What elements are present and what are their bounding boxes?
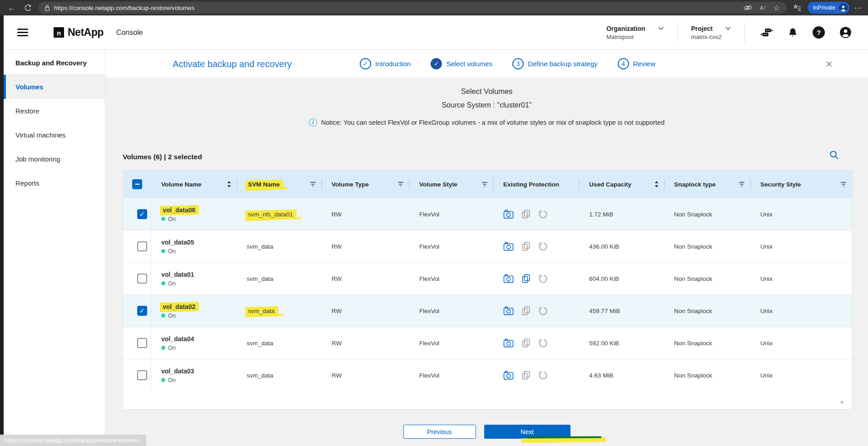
security-style: Unix [750, 327, 852, 359]
filter-icon [481, 181, 488, 187]
backup-copy-icon [521, 338, 531, 348]
refresh-icon[interactable] [22, 4, 34, 12]
volume-type: RW [322, 230, 409, 262]
existing-protection [493, 263, 579, 294]
table-row[interactable]: ✓ vol_data02 On svm_data RW FlexVol 459.… [123, 294, 852, 327]
table-row[interactable]: ✓ vol_data06 On svm_nfs_data01 RW FlexVo… [123, 198, 852, 230]
organization-selector[interactable]: Organization Matrixpost [606, 25, 664, 40]
snapshot-camera-icon [503, 371, 514, 380]
svm-name: svm_nfs_data01 [247, 211, 294, 218]
table-row[interactable]: vol_data04 On svm_data RW FlexVol 592.00… [123, 327, 852, 359]
wizard-step-select-volumes[interactable]: ✓Select volumes [431, 58, 492, 69]
snapshot-camera-icon [503, 274, 514, 283]
volume-type: RW [322, 295, 409, 327]
replication-restore-icon [538, 210, 548, 219]
close-icon[interactable]: × [826, 58, 833, 70]
sidebar-item-job-monitoring[interactable]: Job monitoring [4, 147, 105, 171]
organization-label: Organization [606, 25, 645, 32]
project-value: matrix-cvo2 [691, 34, 731, 40]
row-checkbox[interactable]: ✓ [137, 306, 147, 316]
project-selector[interactable]: Project matrix-cvo2 [691, 25, 731, 40]
organization-value: Matrixpost [606, 34, 664, 40]
backup-copy-icon [521, 242, 531, 251]
table-header-row: Volume Name SVM Name Volume Type Volume … [123, 171, 852, 198]
back-icon[interactable]: ← [5, 3, 17, 13]
column-header-volume-style[interactable]: Volume Style [409, 171, 493, 198]
help-icon[interactable]: ? [813, 26, 825, 39]
filter-icon [397, 181, 404, 187]
volume-style: FlexVol [409, 230, 493, 262]
column-header-svm-name[interactable]: SVM Name [237, 171, 322, 198]
search-icon[interactable] [829, 150, 839, 162]
row-checkbox[interactable] [137, 274, 147, 284]
backup-copy-icon [521, 274, 531, 283]
sidebar-item-volumes[interactable]: Volumes [4, 75, 105, 99]
volume-style: FlexVol [409, 198, 493, 230]
column-header-used-capacity[interactable]: Used Capacity [579, 171, 664, 198]
sidebar-item-restore[interactable]: Restore [4, 99, 105, 123]
read-aloud-icon[interactable]: A⁾ [760, 5, 766, 11]
table-row[interactable]: vol_data01 On svm_data RW FlexVol 604.00… [123, 262, 852, 294]
account-icon[interactable] [839, 26, 852, 39]
select-all-checkbox[interactable] [132, 179, 142, 189]
netapp-logo-text: NetApp [68, 26, 104, 39]
row-checkbox[interactable] [137, 338, 147, 348]
wizard-step-introduction[interactable]: ✓Introduction [360, 58, 411, 69]
volume-type: RW [322, 359, 409, 391]
wizard-footer: Previous Next [105, 425, 868, 439]
sidebar: Backup and Recovery Volumes Restore Virt… [4, 50, 105, 446]
inprivate-badge[interactable]: InPrivate [808, 2, 849, 14]
inprivate-label: InPrivate [813, 5, 835, 11]
volume-style: FlexVol [409, 263, 493, 294]
sidebar-item-reports[interactable]: Reports [4, 171, 105, 195]
snapshot-camera-icon [503, 242, 514, 251]
used-capacity: 4.63 MiB [579, 359, 664, 391]
address-bar[interactable]: https://console.netapp.com/backup-restor… [38, 2, 787, 14]
volume-type: RW [322, 198, 409, 230]
favorites-icon[interactable]: ☆ [773, 3, 780, 13]
notifications-bell-icon[interactable] [788, 27, 798, 38]
tracking-prevention-icon[interactable] [743, 4, 753, 11]
existing-protection [493, 295, 579, 327]
svm-name: svm_data [247, 308, 276, 314]
wizard-step-define-backup-strategy[interactable]: 3Define backup strategy [512, 58, 597, 69]
security-style: Unix [750, 198, 852, 230]
app-header: n NetApp Console Organization Matrixpost… [4, 15, 868, 50]
next-button-highlight-mark [521, 437, 605, 443]
snaplock-type: Non Snaplock [664, 295, 750, 327]
browser-menu-icon[interactable]: ⋯ [854, 3, 862, 13]
volume-name: vol_data06 [161, 206, 197, 214]
table-row[interactable]: vol_data05 On svm_data RW FlexVol 436.00… [123, 230, 852, 262]
source-system-label: Source System : "cluster01" [105, 101, 868, 109]
column-header-security-style[interactable]: Security Style [750, 171, 852, 198]
scroll-down-icon[interactable]: ▼ [839, 399, 845, 406]
status-dot [161, 378, 165, 382]
volume-name: vol_data01 [161, 271, 194, 278]
existing-protection [493, 327, 579, 359]
sidebar-item-virtual-machines[interactable]: Virtual machines [4, 123, 105, 147]
table-row[interactable]: vol_data03 On svm_data RW FlexVol 4.63 M… [123, 359, 852, 391]
table-body: ✓ vol_data06 On svm_nfs_data01 RW FlexVo… [123, 198, 852, 391]
column-header-existing-protection[interactable]: Existing Protection [493, 171, 579, 198]
row-checkbox[interactable]: ✓ [137, 209, 147, 219]
row-checkbox[interactable] [137, 241, 147, 251]
wizard-step-review[interactable]: 4Review [618, 58, 655, 69]
step-indicator: ✓ [431, 58, 442, 69]
svm-name: svm_data [247, 372, 273, 379]
column-header-volume-name[interactable]: Volume Name [151, 171, 237, 198]
status-dot [161, 346, 165, 350]
chevron-down-icon [725, 27, 731, 30]
browser-chrome: ← https://console.netapp.com/backup-rest… [0, 0, 868, 15]
row-checkbox[interactable] [137, 370, 147, 380]
menu-icon[interactable] [17, 29, 28, 36]
status-dot [161, 314, 165, 318]
previous-button[interactable]: Previous [403, 425, 476, 439]
volume-state: On [168, 313, 176, 319]
connector-icon[interactable] [760, 27, 773, 38]
column-header-volume-type[interactable]: Volume Type [322, 171, 409, 198]
browser-profile-avatar [838, 3, 848, 13]
collections-icon[interactable] [791, 4, 803, 12]
column-header-snaplock-type[interactable]: Snaplock type [664, 171, 750, 198]
netapp-logo[interactable]: n NetApp [54, 26, 104, 39]
snaplock-type: Non Snaplock [664, 327, 750, 359]
